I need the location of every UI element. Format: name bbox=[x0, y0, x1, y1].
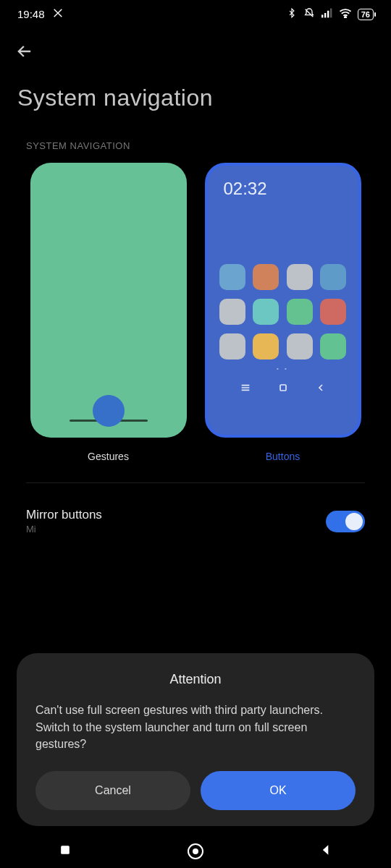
ok-button[interactable]: OK bbox=[201, 771, 356, 810]
dialog-body: Can't use full screen gestures with thir… bbox=[35, 702, 356, 752]
system-recents-button[interactable] bbox=[58, 843, 72, 860]
attention-dialog: Attention Can't use full screen gestures… bbox=[17, 653, 374, 826]
cancel-button[interactable]: Cancel bbox=[35, 771, 190, 810]
svg-rect-6 bbox=[61, 846, 70, 854]
system-nav-bar bbox=[0, 835, 391, 868]
dialog-title: Attention bbox=[35, 672, 356, 687]
dialog-overlay: Attention Can't use full screen gestures… bbox=[0, 0, 391, 868]
system-home-button[interactable] bbox=[188, 843, 203, 859]
system-back-button[interactable] bbox=[319, 843, 333, 860]
